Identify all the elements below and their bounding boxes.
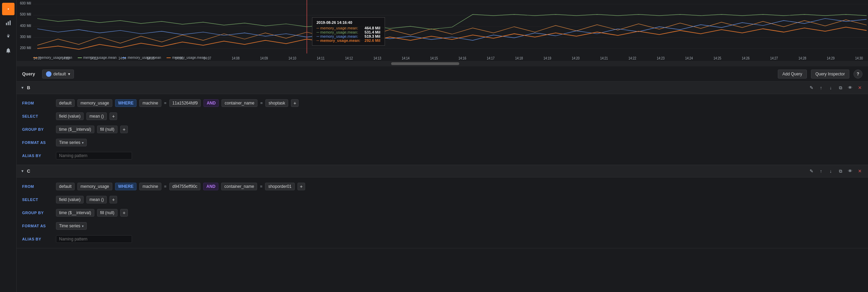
query-edit-btn-c[interactable]: ✎: [807, 167, 815, 175]
query-move-up-btn-b[interactable]: ↑: [817, 84, 825, 92]
from-add-btn-b[interactable]: +: [291, 99, 299, 107]
legend-item-1: memory_usage.mean: [33, 56, 72, 60]
query-collapse-b[interactable]: ▼: [21, 86, 24, 90]
from-measurement-b[interactable]: memory_usage: [77, 99, 112, 107]
datasource-icon: [46, 71, 51, 77]
groupby-add-btn-c[interactable]: +: [120, 209, 128, 217]
groupby-time-c[interactable]: time ($__interval): [56, 209, 94, 217]
svg-text:14:14: 14:14: [402, 56, 410, 61]
select-add-btn-c[interactable]: +: [110, 196, 117, 203]
svg-text:14:12: 14:12: [345, 56, 353, 61]
from-label-c: FROM: [22, 184, 53, 189]
svg-text:14:28: 14:28: [799, 56, 806, 61]
from-cond2-field-b[interactable]: container_name: [221, 99, 257, 107]
groupby-row-b: GROUP BY time ($__interval) fill (null) …: [22, 125, 862, 134]
from-and-b: AND: [204, 99, 219, 107]
chart-scrollbar[interactable]: [17, 61, 868, 66]
from-label-b: FROM: [22, 101, 53, 105]
groupby-time-b[interactable]: time ($__interval): [56, 126, 94, 133]
from-where-b: WHERE: [115, 99, 137, 107]
legend-color-2: [78, 57, 82, 58]
from-cond1-field-c[interactable]: machine: [139, 183, 161, 190]
sidebar-icon-barchart[interactable]: [2, 17, 15, 29]
formatas-row-b: FORMAT AS Time series ▾: [22, 138, 862, 147]
query-duplicate-btn-c[interactable]: ⧉: [836, 167, 845, 175]
query-block-c: ▼ C ✎ ↑ ↓ ⧉ 👁 ✕ FROM default memory_usag…: [17, 165, 868, 248]
from-db-b[interactable]: default: [56, 99, 75, 107]
svg-text:14:22: 14:22: [629, 56, 636, 61]
sidebar-icon-flame[interactable]: [2, 3, 15, 15]
help-button[interactable]: ?: [853, 70, 862, 79]
query-label: Query: [22, 71, 35, 76]
from-add-btn-c[interactable]: +: [298, 183, 305, 190]
formatas-label-c: FORMAT AS: [22, 224, 53, 228]
groupby-fill-c[interactable]: fill (null): [97, 209, 117, 217]
from-db-c[interactable]: default: [56, 183, 75, 190]
legend-item-4: memory_usage.mean: [167, 56, 206, 60]
groupby-add-btn-b[interactable]: +: [120, 126, 128, 133]
svg-rect-3: [6, 23, 7, 25]
legend-color-4: [167, 57, 171, 58]
query-edit-btn-b[interactable]: ✎: [807, 84, 815, 92]
query-id-c: C: [27, 168, 30, 174]
sidebar-icon-bell[interactable]: [2, 44, 15, 57]
from-cond1-field-b[interactable]: machine: [139, 99, 161, 107]
main-content: 600 Mil 500 Mil 400 Mil 300 Mil 200 Mil: [17, 0, 868, 292]
svg-text:14:30: 14:30: [855, 56, 863, 61]
sidebar-icon-gear[interactable]: [2, 30, 15, 43]
chart-area: 600 Mil 500 Mil 400 Mil 300 Mil 200 Mil: [17, 0, 868, 61]
select-field-b[interactable]: field (value): [56, 112, 84, 120]
from-cond1-val-b[interactable]: 11a15264fdf9: [169, 99, 201, 107]
svg-rect-5: [9, 20, 10, 25]
from-cond1-val-c[interactable]: d94755eff90c: [169, 183, 201, 190]
select-field-c[interactable]: field (value): [56, 196, 84, 203]
svg-text:14:09: 14:09: [260, 56, 268, 61]
datasource-select[interactable]: default ▾: [42, 70, 74, 79]
svg-text:14:19: 14:19: [544, 56, 551, 61]
select-add-btn-b[interactable]: +: [110, 112, 117, 120]
query-toggle-btn-c[interactable]: 👁: [846, 167, 854, 175]
svg-text:14:24: 14:24: [685, 56, 693, 61]
svg-rect-4: [8, 21, 9, 25]
query-move-up-btn-c[interactable]: ↑: [817, 167, 825, 175]
query-form-c: FROM default memory_usage WHERE machine …: [17, 177, 868, 248]
select-label-c: SELECT: [22, 198, 53, 202]
query-move-down-btn-c[interactable]: ↓: [827, 167, 835, 175]
alias-row-c: ALIAS BY: [22, 234, 862, 244]
add-query-button[interactable]: Add Query: [778, 70, 806, 79]
query-delete-btn-c[interactable]: ✕: [856, 167, 864, 175]
alias-input-b[interactable]: [56, 152, 132, 159]
legend-label-1: memory_usage.mean: [39, 56, 72, 60]
chart-scrollbar-thumb[interactable]: [391, 62, 459, 65]
formatas-select-c[interactable]: Time series ▾: [56, 222, 87, 230]
query-actions-b: ✎ ↑ ↓ ⧉ 👁 ✕: [807, 84, 864, 92]
query-id-b: B: [27, 85, 30, 90]
query-toggle-btn-b[interactable]: 👁: [846, 84, 854, 92]
alias-input-c[interactable]: [56, 235, 132, 243]
select-label-b: SELECT: [22, 114, 53, 118]
alias-row-b: ALIAS BY: [22, 151, 862, 161]
svg-text:14:21: 14:21: [600, 56, 608, 61]
query-delete-btn-b[interactable]: ✕: [856, 84, 864, 92]
query-inspector-button[interactable]: Query Inspector: [811, 70, 849, 79]
svg-text:14:16: 14:16: [459, 56, 466, 61]
from-cond2-field-c[interactable]: container_name: [221, 183, 257, 190]
query-move-down-btn-b[interactable]: ↓: [827, 84, 835, 92]
groupby-fill-b[interactable]: fill (null): [97, 126, 117, 133]
from-cond2-val-b[interactable]: shoptask: [265, 99, 288, 107]
sidebar: [0, 0, 17, 292]
select-row-c: SELECT field (value) mean () +: [22, 195, 862, 204]
groupby-label-b: GROUP BY: [22, 127, 53, 131]
formatas-select-b[interactable]: Time series ▾: [56, 139, 87, 146]
alias-label-b: ALIAS BY: [22, 154, 53, 158]
select-row-b: SELECT field (value) mean () +: [22, 111, 862, 121]
select-func-c[interactable]: mean (): [86, 196, 107, 203]
query-collapse-c[interactable]: ▼: [21, 169, 24, 173]
query-duplicate-btn-b[interactable]: ⧉: [836, 84, 845, 92]
from-cond2-val-c[interactable]: shoporder01: [265, 183, 294, 190]
legend-label-2: memory_usage.mean: [83, 56, 117, 60]
svg-text:14:29: 14:29: [827, 56, 835, 61]
from-measurement-c[interactable]: memory_usage: [77, 183, 112, 190]
select-func-b[interactable]: mean (): [86, 112, 107, 120]
query-toolbar: Query default ▾ Add Query Query Inspecto…: [17, 66, 868, 82]
